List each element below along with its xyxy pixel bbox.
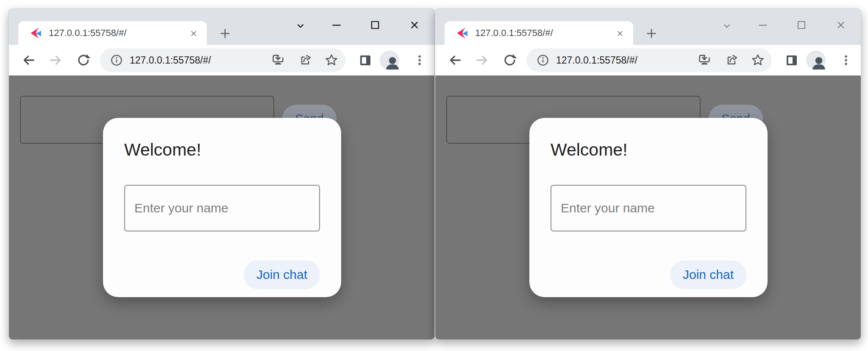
address-bar[interactable]: 127.0.0.1:55758/#/ [100, 48, 345, 72]
profile-avatar[interactable] [380, 50, 399, 70]
browser-toolbar: 127.0.0.1:55758/#/ [9, 45, 434, 75]
flet-favicon-icon [456, 27, 468, 39]
page-content: Send Welcome! Join chat [9, 75, 434, 340]
join-chat-button[interactable]: Join chat [670, 260, 746, 289]
tab-search-chevron-icon[interactable] [295, 20, 306, 31]
window-maximize-button[interactable] [370, 20, 381, 31]
join-chat-button[interactable]: Join chat [244, 260, 320, 289]
url-text: 127.0.0.1:55758/#/ [556, 55, 637, 66]
window-minimize-button[interactable] [331, 20, 342, 31]
name-input[interactable] [551, 185, 746, 231]
site-info-icon[interactable] [110, 53, 123, 67]
reload-button[interactable] [76, 53, 91, 67]
reload-button[interactable] [503, 53, 517, 67]
join-chat-label: Join chat [256, 267, 307, 282]
bookmark-star-icon[interactable] [751, 53, 765, 67]
install-app-icon[interactable] [271, 53, 285, 67]
back-button[interactable] [22, 53, 36, 67]
address-bar[interactable]: 127.0.0.1:55758/#/ [526, 48, 772, 72]
tab-strip: 127.0.0.1:55758/#/ [9, 9, 434, 45]
tab-search-chevron-icon[interactable] [721, 20, 732, 31]
forward-button[interactable] [475, 53, 489, 67]
dialog-title: Welcome! [124, 140, 201, 160]
browser-menu-icon[interactable] [413, 54, 426, 67]
join-chat-label: Join chat [683, 267, 734, 282]
window-maximize-button[interactable] [796, 20, 807, 31]
bookmark-star-icon[interactable] [325, 53, 338, 67]
welcome-dialog: Welcome! Join chat [529, 118, 768, 297]
back-button[interactable] [448, 53, 462, 67]
tab-close-icon[interactable] [616, 29, 624, 38]
flet-favicon-icon [30, 27, 42, 39]
window-close-button[interactable] [409, 20, 420, 31]
new-tab-button[interactable] [645, 27, 658, 40]
share-icon[interactable] [725, 53, 738, 67]
dialog-title: Welcome! [551, 140, 628, 160]
browser-toolbar: 127.0.0.1:55758/#/ [435, 45, 861, 75]
page-content: Send Welcome! Join chat [435, 75, 861, 340]
browser-menu-icon[interactable] [840, 54, 852, 67]
url-text: 127.0.0.1:55758/#/ [130, 55, 211, 66]
side-panel-icon[interactable] [785, 53, 799, 67]
desktop: 127.0.0.1:55758/#/ 127.0.0.1:55758/#/ [0, 0, 868, 351]
window-minimize-button[interactable] [757, 20, 768, 31]
tab-title: 127.0.0.1:55758/#/ [475, 28, 553, 39]
browser-tab[interactable]: 127.0.0.1:55758/#/ [445, 21, 633, 45]
browser-tab[interactable]: 127.0.0.1:55758/#/ [18, 21, 207, 45]
new-tab-button[interactable] [218, 27, 232, 40]
window-close-button[interactable] [835, 20, 846, 31]
tab-title: 127.0.0.1:55758/#/ [49, 28, 127, 39]
share-icon[interactable] [298, 53, 312, 67]
forward-button[interactable] [48, 53, 63, 67]
site-info-icon[interactable] [536, 53, 550, 67]
browser-window-right: 127.0.0.1:55758/#/ 127.0.0.1:55758/#/ [435, 8, 861, 340]
side-panel-icon[interactable] [358, 53, 373, 67]
install-app-icon[interactable] [698, 53, 711, 67]
tab-close-icon[interactable] [189, 29, 198, 38]
profile-avatar[interactable] [806, 50, 826, 70]
browser-window-left: 127.0.0.1:55758/#/ 127.0.0.1:55758/#/ [8, 8, 435, 340]
welcome-dialog: Welcome! Join chat [103, 118, 341, 297]
name-input[interactable] [124, 185, 320, 231]
tab-strip: 127.0.0.1:55758/#/ [435, 9, 861, 45]
